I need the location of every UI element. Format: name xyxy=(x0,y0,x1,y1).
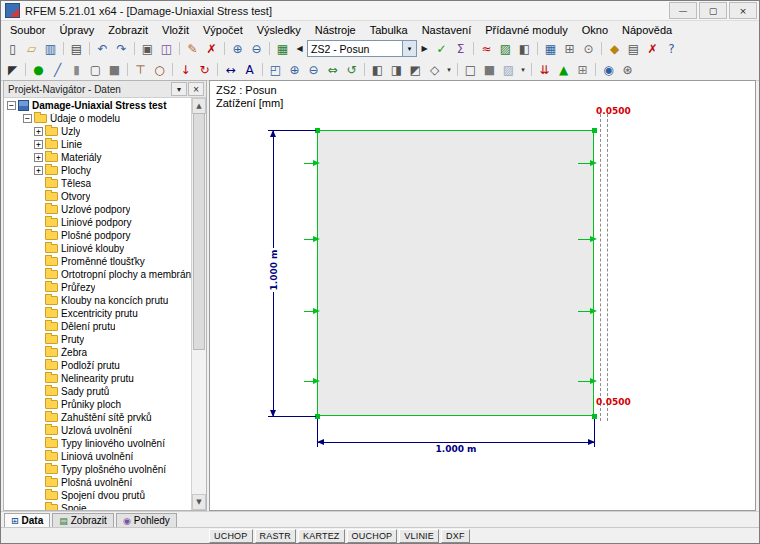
toolbar-separator[interactable] xyxy=(214,60,221,79)
tree-item[interactable]: Zahuštění sítě prvků xyxy=(4,411,191,424)
wireframe-icon[interactable]: □ xyxy=(461,60,480,79)
hinge-icon[interactable]: ○ xyxy=(150,60,169,79)
tree-item[interactable]: Plošné podpory xyxy=(4,229,191,242)
snap-toggle-button[interactable]: KARTEZ xyxy=(298,529,345,543)
toolbar-separator[interactable] xyxy=(534,39,541,58)
tree-item[interactable]: + Materiály xyxy=(4,151,191,164)
prev-loadcase-button[interactable]: ◀ xyxy=(292,40,307,57)
nodal-load-icon[interactable]: ↓ xyxy=(176,60,195,79)
surface-icon[interactable]: ▮ xyxy=(67,60,86,79)
scroll-down-icon[interactable]: ▼ xyxy=(192,494,206,510)
tables-icon[interactable]: ▦ xyxy=(541,39,560,58)
tree-item[interactable]: Tělesa xyxy=(4,177,191,190)
menu-item[interactable]: Přídavné moduly xyxy=(478,23,575,37)
chevron-down-icon[interactable]: ▾ xyxy=(444,60,454,79)
zoom-in-icon[interactable]: ⊕ xyxy=(228,39,247,58)
transparent-icon[interactable]: ▨ xyxy=(499,60,518,79)
menu-item[interactable]: Nástroje xyxy=(308,23,363,37)
print-icon[interactable]: ▤ xyxy=(67,39,86,58)
calculate-icon[interactable]: Σ xyxy=(451,39,470,58)
zoom-out-icon[interactable]: ⊖ xyxy=(247,39,266,58)
solid-render-icon[interactable]: ■ xyxy=(480,60,499,79)
menu-item[interactable]: Tabulka xyxy=(363,23,415,37)
tree-item[interactable]: Uzlová uvolnění xyxy=(4,424,191,437)
view-xz-icon[interactable]: ◨ xyxy=(387,60,406,79)
chevron-down-icon[interactable]: ▾ xyxy=(403,40,417,57)
tree-item[interactable]: + Uzly xyxy=(4,125,191,138)
toolbar-separator[interactable] xyxy=(22,60,29,79)
toolbar-separator[interactable] xyxy=(169,60,176,79)
tree-item[interactable]: Liniová uvolnění xyxy=(4,450,191,463)
modules-icon[interactable]: ◆ xyxy=(605,39,624,58)
grid-icon[interactable]: ⊞ xyxy=(560,39,579,58)
close-icon[interactable]: × xyxy=(188,82,204,96)
help-icon[interactable]: ? xyxy=(662,39,681,58)
select-icon[interactable]: ◤ xyxy=(3,60,22,79)
zoom-in-view-icon[interactable]: ⊕ xyxy=(285,60,304,79)
loadcase-list-icon[interactable]: ▦ xyxy=(273,39,292,58)
show-loads-icon[interactable]: ⇊ xyxy=(535,60,554,79)
menu-item[interactable]: Vložit xyxy=(155,23,196,37)
close-button[interactable]: × xyxy=(729,2,757,19)
toolbar-separator[interactable] xyxy=(221,39,228,58)
menu-item[interactable]: Okno xyxy=(575,23,615,37)
tree-item[interactable]: Pruty xyxy=(4,333,191,346)
toolbar-separator[interactable] xyxy=(361,60,368,79)
tree-item[interactable]: Plošná uvolnění xyxy=(4,476,191,489)
toolbar-separator[interactable] xyxy=(86,39,93,58)
tree-item[interactable]: Průřezy xyxy=(4,281,191,294)
tree-item[interactable]: Liniové podpory xyxy=(4,216,191,229)
display-settings-icon[interactable]: ⊛ xyxy=(618,60,637,79)
moment-load-icon[interactable]: ↻ xyxy=(195,60,214,79)
show-results-icon[interactable]: ≈ xyxy=(477,39,496,58)
view-xy-icon[interactable]: ◧ xyxy=(368,60,387,79)
snap-toggle-button[interactable]: DXF xyxy=(441,529,470,543)
toolbar-separator[interactable] xyxy=(176,39,183,58)
menu-item[interactable]: Nápověda xyxy=(615,23,679,37)
tree-item[interactable]: Průniky ploch xyxy=(4,398,191,411)
redo-icon[interactable]: ↷ xyxy=(112,39,131,58)
text-icon[interactable]: A xyxy=(240,60,259,79)
tree-item[interactable]: Ortotropní plochy a membrány xyxy=(4,268,191,281)
plate-surface[interactable] xyxy=(317,130,594,416)
snap-toggle-button[interactable]: VLINIE xyxy=(399,529,439,543)
menu-item[interactable]: Výpočet xyxy=(196,23,250,37)
new-icon[interactable]: ▯ xyxy=(3,39,22,58)
snap-toggle-button[interactable]: OUCHOP xyxy=(347,529,398,543)
toolbar-separator[interactable] xyxy=(598,39,605,58)
save-icon[interactable]: ▥ xyxy=(41,39,60,58)
isometric-view-icon[interactable]: ◇ xyxy=(425,60,444,79)
tree-item[interactable]: Žebra xyxy=(4,346,191,359)
edit-icon[interactable]: ✎ xyxy=(183,39,202,58)
opening-icon[interactable]: ▢ xyxy=(86,60,105,79)
tree-item[interactable]: Typy liniového uvolnění xyxy=(4,437,191,450)
paste-icon[interactable]: ◫ xyxy=(157,39,176,58)
show-supports-icon[interactable]: ▲ xyxy=(554,60,573,79)
snap-toggle-button[interactable]: UCHOP xyxy=(209,529,253,543)
tree-item[interactable]: Liniové klouby xyxy=(4,242,191,255)
toolbar-separator[interactable] xyxy=(454,60,461,79)
expander-icon[interactable]: + xyxy=(34,140,43,149)
tree-item[interactable]: Uzlové podpory xyxy=(4,203,191,216)
tree-item[interactable]: Podloží prutu xyxy=(4,359,191,372)
toolbar-separator[interactable] xyxy=(470,39,477,58)
view-yz-icon[interactable]: ◩ xyxy=(406,60,425,79)
open-icon[interactable]: ▱ xyxy=(22,39,41,58)
menu-item[interactable]: Zobrazit xyxy=(101,23,155,37)
tree-item[interactable]: Proměnné tloušťky xyxy=(4,255,191,268)
line-icon[interactable]: ╱ xyxy=(48,60,67,79)
tree-item-group[interactable]: − Údaje o modelu xyxy=(4,112,191,125)
toolbar-separator[interactable] xyxy=(266,39,273,58)
snap-toggle-button[interactable]: RASTR xyxy=(255,529,297,543)
toolbar-separator[interactable] xyxy=(60,39,67,58)
tree-item[interactable]: Nelinearity prutu xyxy=(4,372,191,385)
tree-item[interactable]: Spojení dvou prutů xyxy=(4,489,191,502)
scrollbar-thumb[interactable] xyxy=(193,113,205,350)
navigator-scrollbar[interactable]: ▲ ▼ xyxy=(191,98,206,510)
pin-icon[interactable]: ▾ xyxy=(171,82,187,96)
support-icon[interactable]: ⊤ xyxy=(131,60,150,79)
expander-icon[interactable]: − xyxy=(7,101,16,110)
tree-item[interactable]: Sady prutů xyxy=(4,385,191,398)
expander-icon[interactable]: + xyxy=(34,127,43,136)
rotate-view-icon[interactable]: ↺ xyxy=(342,60,361,79)
